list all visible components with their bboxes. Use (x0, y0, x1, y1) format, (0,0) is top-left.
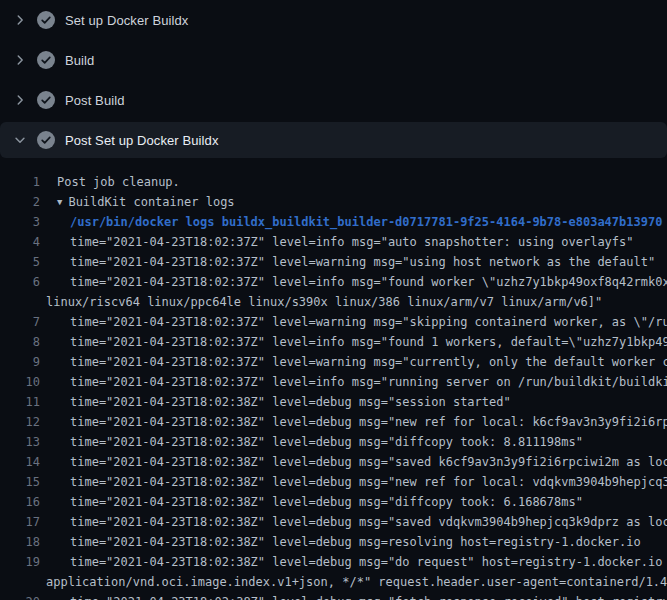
log-line: 11 time="2021-04-23T18:02:38Z" level=deb… (0, 392, 667, 412)
log-console: 1 Post job cleanup. 2 ▼ BuildKit contain… (0, 160, 667, 600)
step-row-1[interactable]: Build (0, 40, 667, 80)
line-number[interactable]: 15 (0, 472, 40, 492)
line-number[interactable]: 3 (0, 212, 40, 232)
log-line: 2 ▼ BuildKit container logs (0, 192, 667, 212)
log-text: time="2021-04-23T18:02:38Z" level=debug … (40, 452, 667, 472)
line-number[interactable]: 9 (0, 352, 40, 372)
log-line: 4 time="2021-04-23T18:02:37Z" level=info… (0, 232, 667, 252)
line-number[interactable]: 19 (0, 552, 40, 572)
log-line: 18 time="2021-04-23T18:02:38Z" level=deb… (0, 532, 667, 552)
log-text: time="2021-04-23T18:02:37Z" level=info m… (40, 372, 667, 392)
log-line: 8 time="2021-04-23T18:02:37Z" level=info… (0, 332, 667, 352)
line-number[interactable]: 8 (0, 332, 40, 352)
line-number[interactable]: 20 (0, 592, 40, 600)
log-text: BuildKit container logs (62, 192, 234, 212)
log-text: time="2021-04-23T18:02:38Z" level=debug … (40, 532, 641, 552)
check-circle-icon (37, 11, 55, 29)
steps-list: Set up Docker Buildx Build Post Build (0, 0, 667, 158)
log-line: 12 time="2021-04-23T18:02:38Z" level=deb… (0, 412, 667, 432)
line-number[interactable]: 6 (0, 272, 40, 292)
check-circle-icon (37, 131, 55, 149)
log-text: time="2021-04-23T18:02:37Z" level=info m… (40, 332, 667, 352)
line-number[interactable]: 17 (0, 512, 40, 532)
actions-log-viewer: Set up Docker Buildx Build Post Build (0, 0, 667, 600)
log-text: Post job cleanup. (40, 172, 180, 192)
line-number[interactable] (0, 572, 40, 592)
log-text: time="2021-04-23T18:02:38Z" level=debug … (40, 552, 667, 572)
log-line: 1 Post job cleanup. (0, 172, 667, 192)
log-line: 13 time="2021-04-23T18:02:38Z" level=deb… (0, 432, 667, 452)
log-line: 5 time="2021-04-23T18:02:37Z" level=warn… (0, 252, 667, 272)
log-text: time="2021-04-23T18:02:38Z" level=debug … (40, 512, 667, 532)
log-line: 16 time="2021-04-23T18:02:38Z" level=deb… (0, 492, 667, 512)
step-row-0[interactable]: Set up Docker Buildx (0, 0, 667, 40)
line-number[interactable]: 14 (0, 452, 40, 472)
log-line: 3 /usr/bin/docker logs buildx_buildkit_b… (0, 212, 667, 232)
log-text: time="2021-04-23T18:02:37Z" level=info m… (40, 232, 634, 252)
log-line: 6 time="2021-04-23T18:02:37Z" level=info… (0, 272, 667, 292)
log-line: 20 time="2021-04-23T18:02:38Z" level=deb… (0, 592, 667, 600)
step-label: Post Build (65, 93, 125, 108)
line-number[interactable]: 5 (0, 252, 40, 272)
log-line: application/vnd.oci.image.index.v1+json,… (0, 572, 667, 592)
log-text: time="2021-04-23T18:02:38Z" level=debug … (40, 472, 667, 492)
log-text: time="2021-04-23T18:02:37Z" level=warnin… (40, 312, 667, 332)
log-text: time="2021-04-23T18:02:38Z" level=debug … (40, 392, 511, 412)
check-circle-icon (37, 91, 55, 109)
log-text: time="2021-04-23T18:02:37Z" level=warnin… (40, 252, 655, 272)
line-number[interactable]: 12 (0, 412, 40, 432)
line-number[interactable] (0, 292, 40, 312)
chevron-icon[interactable] (12, 92, 28, 108)
log-text: time="2021-04-23T18:02:38Z" level=debug … (40, 492, 583, 512)
step-row-2[interactable]: Post Build (0, 80, 667, 120)
log-text: time="2021-04-23T18:02:37Z" level=info m… (40, 272, 667, 292)
line-number[interactable]: 10 (0, 372, 40, 392)
log-text: time="2021-04-23T18:02:37Z" level=warnin… (40, 352, 667, 372)
line-number[interactable]: 13 (0, 432, 40, 452)
log-text: time="2021-04-23T18:02:38Z" level=debug … (40, 412, 667, 432)
chevron-icon[interactable] (12, 132, 28, 148)
line-number[interactable]: 7 (0, 312, 40, 332)
log-line: 9 time="2021-04-23T18:02:37Z" level=warn… (0, 352, 667, 372)
log-text: linux/riscv64 linux/ppc64le linux/s390x … (40, 292, 602, 312)
line-number[interactable]: 16 (0, 492, 40, 512)
step-row-3[interactable]: Post Set up Docker Buildx (0, 122, 667, 158)
check-circle-icon (37, 51, 55, 69)
step-label: Set up Docker Buildx (65, 13, 188, 28)
group-marker-icon[interactable]: ▼ (40, 192, 62, 212)
log-line: 10 time="2021-04-23T18:02:37Z" level=inf… (0, 372, 667, 392)
step-label: Build (65, 53, 94, 68)
line-number[interactable]: 11 (0, 392, 40, 412)
chevron-right-icon (13, 93, 27, 107)
line-number[interactable]: 18 (0, 532, 40, 552)
log-line: 7 time="2021-04-23T18:02:37Z" level=warn… (0, 312, 667, 332)
log-line: linux/riscv64 linux/ppc64le linux/s390x … (0, 292, 667, 312)
line-number[interactable]: 4 (0, 232, 40, 252)
chevron-right-icon (13, 13, 27, 27)
chevron-icon[interactable] (12, 12, 28, 28)
log-text: application/vnd.oci.image.index.v1+json,… (40, 572, 667, 592)
step-label: Post Set up Docker Buildx (65, 133, 219, 148)
line-number[interactable]: 2 (0, 192, 40, 212)
log-line: 19 time="2021-04-23T18:02:38Z" level=deb… (0, 552, 667, 572)
chevron-icon[interactable] (12, 52, 28, 68)
log-line: 14 time="2021-04-23T18:02:38Z" level=deb… (0, 452, 667, 472)
chevron-right-icon (13, 53, 27, 67)
chevron-down-icon (13, 133, 27, 147)
log-line: 17 time="2021-04-23T18:02:38Z" level=deb… (0, 512, 667, 532)
log-line: 15 time="2021-04-23T18:02:38Z" level=deb… (0, 472, 667, 492)
log-text: time="2021-04-23T18:02:38Z" level=debug … (40, 432, 583, 452)
line-number[interactable]: 1 (0, 172, 40, 192)
log-text: /usr/bin/docker logs buildx_buildkit_bui… (40, 212, 662, 232)
log-text: time="2021-04-23T18:02:38Z" level=debug … (40, 592, 667, 600)
